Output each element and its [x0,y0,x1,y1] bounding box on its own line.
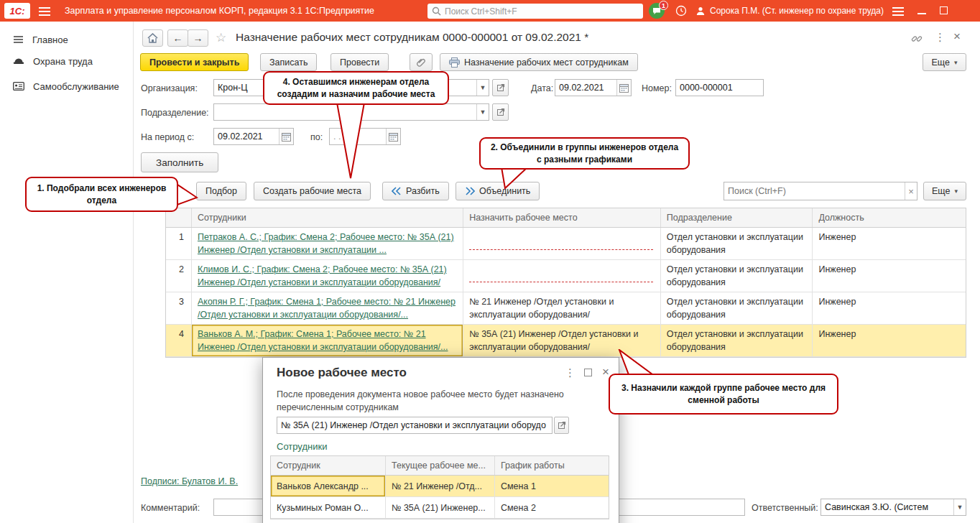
print-button[interactable]: Назначение рабочих мест сотрудникам [440,53,638,71]
more-button-table[interactable]: Еще▾ [923,182,966,200]
employee-cell[interactable]: Кузьминых Роман О... [271,497,386,518]
dialog-maximize-icon[interactable] [584,369,592,376]
service-menu-icon[interactable] [892,7,904,16]
callout-3-text: 3. Назначили каждой группе рабочее место… [617,382,830,405]
period-to-label: по: [310,132,323,142]
dialog-table-header: Сотрудник Текущее рабочее ме... График р… [271,456,609,476]
assign-cell[interactable] [463,228,661,259]
callout-4-pointer [325,102,379,180]
table-row-selected[interactable]: 4 Ваньков А. М.; График: Смена 1; Рабоче… [166,325,966,357]
table-row[interactable]: 3 Акопян Р. Г.; График: Смена 1; Рабочее… [166,292,966,325]
employee-link[interactable]: Ваньков А. М.; График: Смена 1; Рабочее … [198,329,448,352]
assign-cell[interactable] [463,260,661,292]
clear-search-icon[interactable]: × [905,182,917,200]
more-dots-icon[interactable]: ⋮ [935,31,946,44]
employee-link[interactable]: Акопян Р. Г.; График: Смена 1; Рабочее м… [198,297,456,320]
forward-button[interactable]: → [188,29,208,47]
department-open-button[interactable] [492,103,509,121]
workplace-value: № 35А (21) Инженер /Отдел установки и эк… [281,420,546,430]
document-title: Назначение рабочих мест сотрудникам 0000… [236,31,588,44]
workplace-field[interactable]: № 35А (21) Инженер /Отдел установки и эк… [277,417,553,434]
merge-icon [465,187,475,195]
employee-link[interactable]: Петраков А. С.; График: Смена 2; Рабочее… [198,232,454,255]
calendar-icon[interactable] [616,80,631,96]
employee-cell[interactable]: Ваньков Александр ... [271,476,386,496]
employee-cell[interactable]: Ваньков А. М.; График: Смена 1; Рабочее … [192,325,463,356]
global-search-input[interactable] [445,6,639,17]
table-search-input[interactable] [728,186,905,196]
dialog-title: Новое рабочее место [277,366,407,380]
printer-icon [449,57,460,68]
sidebar-item-main[interactable]: Главное [0,27,134,52]
callout-4: 4. Оставшимся инженерам отдела создадим … [263,71,449,105]
comment-label: Комментарий: [141,503,200,513]
date-field[interactable]: 09.02.2021 [555,79,632,96]
maximize-icon[interactable] [940,6,948,14]
org-open-button[interactable] [492,79,509,96]
number-label: Номер: [642,83,672,93]
dialog-close-icon[interactable]: × [602,365,609,379]
notification-badge: 1 [659,1,668,10]
chevron-down-icon[interactable]: ▼ [476,80,489,96]
table-row[interactable]: 1 Петраков А. С.; График: Смена 2; Рабоч… [166,228,966,260]
table-row[interactable]: 2 Климов И. С.; График: Смена 2; Рабочее… [166,260,966,292]
pick-button[interactable]: Подбор [196,182,246,200]
table-search-field[interactable]: × [724,182,917,200]
table-header-row: Сотрудники Назначить рабочее место Подра… [166,208,966,228]
period-from-field[interactable]: 09.02.2021 [213,128,294,145]
dialog-more-dots-icon[interactable]: ⋮ [565,366,575,379]
workplace-open-button[interactable] [554,417,569,434]
dialog-table-row[interactable]: Кузьминых Роман О... № 35А (21) Инженер.… [271,497,609,519]
sidebar-item-labor-safety[interactable]: Охрана труда [0,49,134,73]
current-user[interactable]: Сорока П.М. (Ст. инженер по охране труда… [710,6,884,16]
home-button[interactable] [142,29,163,47]
helmet-icon [13,57,24,65]
create-workplaces-button[interactable]: Создать рабочие места [254,182,371,200]
department-cell: Отдел установки и эксплуатации оборудова… [661,292,813,324]
more-button-top[interactable]: Еще▾ [923,53,966,71]
sidebar-item-label: Самообслуживание [33,81,119,92]
header-employee: Сотрудник [271,456,386,475]
position-cell: Инженер [813,325,966,356]
attachments-button[interactable] [410,53,433,71]
post-and-close-button[interactable]: Провести и закрыть [140,53,249,71]
badge-card-icon [13,82,24,91]
history-icon[interactable] [675,5,687,19]
number-field[interactable]: 0000-000001 [675,79,764,96]
department-cell: Отдел установки и эксплуатации оборудова… [661,228,813,259]
calendar-icon[interactable] [279,129,293,144]
global-search[interactable] [427,4,643,19]
main-menu-icon[interactable] [39,7,50,16]
split-button[interactable]: Разбить [382,182,449,200]
dialog-table-row-selected[interactable]: Ваньков Александр ... № 21 Инженер /Отд.… [271,476,609,497]
employee-cell[interactable]: Акопян Р. Г.; График: Смена 1; Рабочее м… [192,292,463,324]
print-label: Назначение рабочих мест сотрудникам [464,57,629,68]
get-link-icon[interactable] [911,33,923,47]
back-button[interactable]: ← [167,29,188,47]
responsible-combobox[interactable]: Савинская З.Ю. (Систем ▼ [820,499,966,516]
employee-cell[interactable]: Климов И. С.; График: Смена 2; Рабочее м… [192,260,463,292]
post-and-close-label: Провести и закрыть [149,57,239,68]
assign-cell[interactable]: № 21 Инженер /Отдел установки и эксплуат… [463,292,661,324]
period-from-value: 09.02.2021 [218,131,263,142]
close-document-icon[interactable]: × [953,29,961,44]
save-button[interactable]: Записать [260,53,317,71]
favorite-star-icon[interactable]: ☆ [216,30,226,45]
header-employees: Сотрудники [192,208,463,227]
chevron-down-icon[interactable]: ▼ [476,104,489,120]
signatures-link[interactable]: Подписи: Булатов И. В. [141,476,238,486]
employee-link[interactable]: Климов И. С.; График: Смена 2; Рабочее м… [198,264,447,287]
discussions-icon[interactable]: 1 [649,3,665,19]
required-field-underline [469,282,653,282]
position-cell: Инженер [813,292,966,324]
search-icon [432,6,441,16]
position-cell: Инженер [813,228,966,259]
chevron-down-icon[interactable]: ▼ [953,499,966,515]
calendar-icon[interactable] [386,129,400,144]
employee-cell[interactable]: Петраков А. С.; График: Смена 2; Рабочее… [192,228,463,259]
employees-group-link[interactable]: Сотрудники [277,441,327,452]
minimize-icon[interactable] [917,13,926,14]
post-button[interactable]: Провести [330,53,389,71]
sidebar-item-self-service[interactable]: Самообслуживание [0,74,134,98]
fill-button[interactable]: Заполнить [141,152,218,172]
